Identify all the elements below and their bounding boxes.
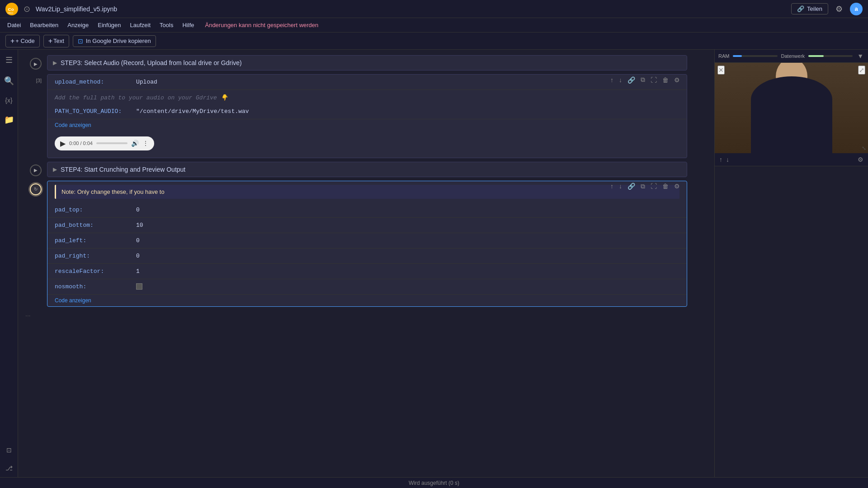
sidebar-git-icon[interactable]: ⎇ [4,463,14,474]
step4-cell-up-button[interactable]: ↑ [609,182,615,191]
upload-method-value[interactable]: Upload [136,79,157,85]
menu-einfuegen[interactable]: Einfügen [94,20,124,30]
pad-left-value[interactable]: 0 [136,237,140,244]
pad-top-value[interactable]: 0 [136,206,140,213]
pad-right-label: pad_right: [55,253,136,259]
pad-bottom-value[interactable]: 10 [136,222,143,229]
github-icon: ⊙ [24,4,30,14]
path-value[interactable]: "/content/drive/MyDrive/test.wav [136,108,249,115]
step4-cell-down-button[interactable]: ↓ [617,182,624,191]
cell-expand-button[interactable]: ⛶ [649,75,659,84]
menu-bearbeiten[interactable]: Bearbeiten [26,20,62,30]
text-label: Text [53,38,64,44]
step3-gutter: ▶ [18,54,45,70]
step4-cell-gutter: ↻ [18,180,45,195]
step4-cell-copy-button[interactable]: ⧉ [639,182,647,191]
menu-anzeige[interactable]: Anzeige [64,20,92,30]
menu-bar: Datei Bearbeiten Anzeige Einfügen Laufze… [0,18,868,33]
cell-link-button[interactable]: 🔗 [626,75,637,84]
right-panel-content [715,166,868,477]
plus-icon: + [10,37,14,45]
step4-cell-delete-button[interactable]: 🗑 [660,182,670,191]
note-text: Note: Only change these, if you have to [61,188,165,195]
gdrive-icon: ⊡ [78,38,83,45]
menu-tools[interactable]: Tools [156,20,177,30]
sidebar-search-icon[interactable]: 🔍 [2,74,16,88]
pad-top-label: pad_top: [55,206,136,213]
sidebar-terminal-icon[interactable]: ⊡ [5,445,14,455]
step3-cell-container: [3] upload_method: Upload Add the full p… [18,72,714,160]
step3-cell-gutter: [3] [18,73,45,83]
cell-down-button[interactable]: ↓ [617,75,624,84]
audio-play-button[interactable]: ▶ [60,139,66,148]
step4-cell-expand-button[interactable]: ⛶ [649,182,659,191]
step4-run-button[interactable]: ▶ [30,164,42,176]
svg-text:PRO: PRO [8,12,14,14]
rescale-value[interactable]: 1 [136,268,140,275]
colab-logo: Co PRO [5,3,18,15]
audio-volume-button[interactable]: 🔊 [131,140,139,147]
webcam-close-button[interactable]: ✕ [717,66,725,75]
step3-show-code-link[interactable]: Code anzeigen [47,119,687,131]
panel-down-button[interactable]: ↓ [725,155,730,164]
step3-run-button[interactable]: ▶ [30,58,42,70]
run-icon: ↻ [34,187,38,192]
gdrive-button[interactable]: ⊡ In Google Drive kopieren [73,35,156,47]
menu-datei[interactable]: Datei [4,20,24,30]
gdrive-label: In Google Drive kopieren [86,38,151,44]
add-code-button[interactable]: + + Code [5,35,40,47]
add-text-button[interactable]: + Text [43,35,69,47]
menu-laufzeit[interactable]: Laufzeit [127,20,155,30]
ram-fill [733,55,742,57]
menu-hilfe[interactable]: Hilfe [179,20,198,30]
top-bar-right: 🔗 Teilen ⚙ a [791,3,863,15]
webcam-expand-button[interactable]: ⤢ [858,66,865,75]
step3-section-header[interactable]: ▶ STEP3: Select Audio (Record, Upload fr… [47,56,687,70]
webcam-resize-handle[interactable]: ⤡ [862,145,866,151]
panel-collapse-button[interactable]: ▼ [856,52,864,61]
nosmooth-checkbox[interactable] [136,283,142,290]
panel-up-button[interactable]: ↑ [718,155,723,164]
sidebar-files-icon[interactable]: 📁 [2,113,16,127]
rescale-field: rescaleFactor: 1 [47,264,687,279]
cell-settings-button[interactable]: ⚙ [672,75,682,84]
step3-cell-body: upload_method: Upload Add the full path … [47,74,687,158]
pad-right-value[interactable]: 0 [136,253,140,259]
cell-up-button[interactable]: ↑ [609,75,615,84]
ram-label: RAM [718,53,729,59]
audio-player: ▶ 0:00 / 0:04 🔊 ⋮ [55,136,154,150]
pad-left-field: pad_left: 0 [47,233,687,249]
webcam-view: ✕ ⤢ ⤡ [715,63,868,153]
step3-comment-area: Add the full path to your audio on your … [47,90,687,104]
person-body [751,76,832,153]
settings-icon[interactable]: ⚙ [835,4,843,14]
notebook-content: ▶ ▶ STEP3: Select Audio (Record, Upload … [18,50,714,477]
share-label: Teilen [807,5,822,12]
pad-right-field: pad_right: 0 [47,249,687,264]
audio-progress-bar[interactable] [96,142,127,144]
share-button[interactable]: 🔗 Teilen [791,3,828,14]
step3-chevron-icon: ▶ [53,60,57,66]
step4-section-cell: ▶ STEP4: Start Crunching and Preview Out… [47,162,687,177]
step4-cell-settings-button[interactable]: ⚙ [672,182,682,191]
cell-copy-button[interactable]: ⧉ [639,75,647,84]
pad-top-field: pad_top: 0 [47,202,687,218]
nosmooth-label: nosmooth: [55,283,136,290]
step4-run-button[interactable]: ↻ [30,183,42,195]
step3-header-container: ▶ ▶ STEP3: Select Audio (Record, Upload … [18,53,714,72]
audio-more-button[interactable]: ⋮ [142,140,149,147]
cell-delete-button[interactable]: 🗑 [660,75,670,84]
step4-section-header[interactable]: ▶ STEP4: Start Crunching and Preview Out… [47,162,687,177]
sidebar-variables-icon[interactable]: {x} [3,95,14,106]
user-avatar[interactable]: a [850,3,863,15]
disk-fill [808,55,824,57]
step3-section-cell: ▶ STEP3: Select Audio (Record, Upload fr… [47,55,687,70]
step4-show-code-link[interactable]: Code anzeigen [47,295,687,306]
right-panel: RAM Datenwerk ▼ ✕ ⤢ ⤡ ↑ [714,50,868,477]
main-layout: ☰ 🔍 {x} 📁 ⊡ ⎇ ▶ ▶ STEP3: Select Audio (R… [0,50,868,477]
plus-icon-2: + [48,37,52,45]
sidebar-menu-icon[interactable]: ☰ [4,53,14,67]
path-field: PATH_TO_YOUR_AUDIO: "/content/drive/MyDr… [47,104,687,119]
panel-settings-button[interactable]: ⚙ [857,155,864,164]
step4-cell-link-button[interactable]: 🔗 [626,182,637,191]
